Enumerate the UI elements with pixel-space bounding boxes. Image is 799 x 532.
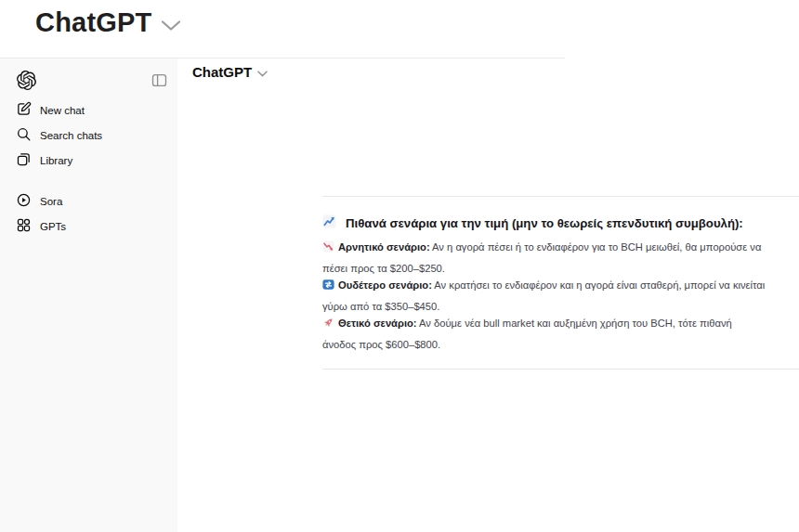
sidebar-item-label: GPTs bbox=[40, 221, 66, 232]
sidebar-item-label: Search chats bbox=[40, 130, 102, 141]
sidebar-item-search-chats[interactable]: Search chats bbox=[0, 123, 177, 148]
message-divider-top bbox=[322, 196, 799, 197]
chevron-down-icon bbox=[161, 7, 181, 38]
scenario-positive: Θετικό σενάριο: Αν δούμε νέα bull market… bbox=[322, 314, 767, 355]
repeat-emoji bbox=[322, 278, 334, 297]
collapse-sidebar-button[interactable] bbox=[148, 71, 170, 93]
app-title-label: ChatGPT bbox=[35, 7, 151, 38]
chart-decreasing-emoji bbox=[322, 240, 334, 259]
sidebar-item-label: Library bbox=[40, 155, 72, 166]
message-divider-bottom bbox=[322, 369, 799, 370]
openai-logo-icon bbox=[17, 71, 36, 94]
message-heading-text: Πιθανά σενάρια για την τιμή (μην το θεωρ… bbox=[346, 216, 743, 230]
sidebar-item-label: Sora bbox=[40, 196, 62, 207]
model-name-label: ChatGPT bbox=[192, 64, 252, 80]
search-icon bbox=[16, 126, 32, 144]
sidebar-item-new-chat[interactable]: New chat bbox=[0, 97, 177, 123]
scenario-negative: Αρνητικό σενάριο: Αν η αγορά πέσει ή το … bbox=[322, 238, 767, 279]
scenario-label: Αρνητικό σενάριο: bbox=[338, 241, 430, 253]
scenario-label: Ουδέτερο σενάριο: bbox=[338, 279, 432, 291]
model-switcher-title[interactable]: ChatGPT bbox=[35, 7, 181, 38]
model-selector[interactable]: ChatGPT bbox=[192, 64, 268, 80]
sidebar: New chat Search chats Library Sora GPTs bbox=[0, 58, 177, 532]
scenario-label: Θετικό σενάριο: bbox=[338, 318, 417, 329]
sidebar-nav: New chat Search chats Library Sora GPTs bbox=[0, 97, 177, 239]
panel-left-icon bbox=[151, 71, 168, 93]
rocket-emoji bbox=[322, 316, 334, 335]
clipped-text-fragment: ‥ ‥ ‥ bbox=[102, 527, 158, 532]
sidebar-top-bar bbox=[0, 58, 177, 101]
openai-logo-button[interactable] bbox=[14, 70, 38, 94]
sidebar-item-gpts[interactable]: GPTs bbox=[0, 214, 177, 239]
gpts-icon bbox=[16, 217, 32, 235]
new-chat-icon bbox=[16, 101, 32, 119]
library-icon bbox=[16, 151, 32, 169]
sidebar-item-library[interactable]: Library bbox=[0, 148, 177, 173]
message-heading: Πιθανά σενάρια για την τιμή (μην το θεωρ… bbox=[322, 214, 787, 231]
chart-increasing-emoji bbox=[322, 214, 336, 231]
sidebar-item-label: New chat bbox=[40, 105, 85, 116]
sidebar-item-sora[interactable]: Sora bbox=[0, 188, 177, 214]
sora-icon bbox=[16, 192, 32, 210]
sidebar-section-gap bbox=[0, 173, 177, 188]
scenario-neutral: Ουδέτερο σενάριο: Αν κρατήσει το ενδιαφέ… bbox=[322, 276, 767, 317]
chevron-down-icon bbox=[257, 64, 268, 80]
